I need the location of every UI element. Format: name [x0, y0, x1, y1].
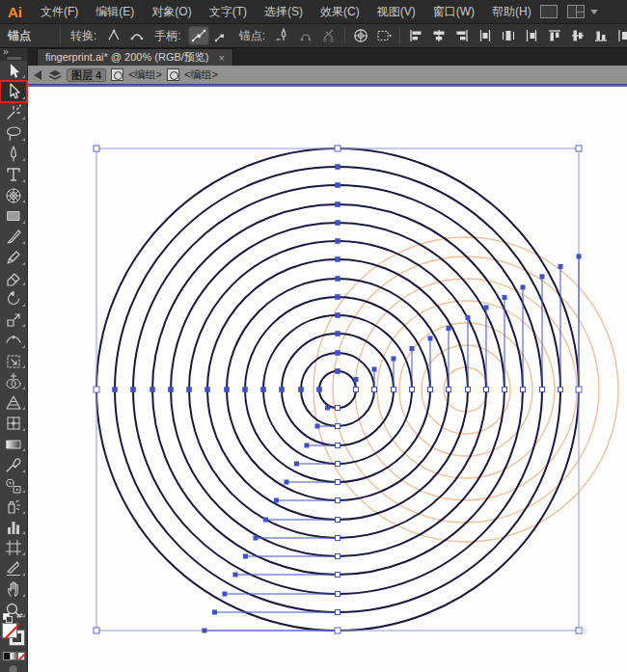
lasso-tool[interactable] — [0, 122, 27, 144]
menu-item-选择[interactable]: 选择(S) — [256, 0, 312, 24]
anchor-buttons — [271, 26, 341, 45]
distribute-right-icon[interactable] — [521, 26, 542, 45]
menu-item-视图[interactable]: 视图(V) — [368, 0, 424, 24]
cut-path-icon[interactable] — [318, 26, 340, 45]
distribute-h-center-icon[interactable] — [498, 26, 519, 45]
width-tool[interactable] — [0, 330, 27, 351]
align-buttons — [404, 26, 627, 45]
gradient-tool[interactable] — [0, 434, 27, 455]
color-mode-strip — [3, 652, 25, 660]
close-icon[interactable]: × — [219, 52, 225, 64]
lasso-tool-icon — [4, 123, 23, 143]
gradient-tool-icon — [4, 435, 23, 454]
workspace-switcher-icon[interactable] — [567, 5, 585, 18]
chevron-down-icon — [590, 10, 598, 14]
show-handles-icon[interactable] — [188, 26, 209, 45]
control-bar: 锚点 转换: 手柄: 锚点: — [0, 24, 627, 49]
scale-tool-icon — [4, 310, 23, 330]
document-tab-bar: fingerprint.ai* @ 200% (RGB/预览) × — [28, 48, 627, 66]
swap-fill-stroke-icon[interactable]: ⇄ — [16, 612, 23, 620]
default-fill-stroke-icon[interactable] — [3, 613, 10, 620]
distribute-left-icon[interactable] — [475, 26, 496, 45]
type-tool[interactable] — [0, 164, 27, 185]
pen-tool[interactable] — [0, 144, 27, 165]
align-top-icon[interactable] — [544, 26, 565, 45]
back-arrow-icon[interactable] — [34, 70, 41, 80]
hide-handles-icon[interactable] — [211, 26, 232, 45]
align-h-center-icon[interactable] — [428, 26, 450, 45]
convert-corner-icon[interactable] — [103, 26, 124, 45]
fill-swatch-none[interactable] — [2, 623, 17, 638]
rotate-tool[interactable] — [0, 288, 27, 309]
free-transform-tool[interactable] — [0, 351, 27, 372]
menu-item-效果[interactable]: 效果(C) — [312, 0, 368, 24]
artboard-tool[interactable] — [0, 537, 27, 558]
color-button[interactable] — [3, 652, 11, 660]
tools-panel-header[interactable]: » — [0, 48, 27, 61]
slice-tool-icon — [4, 559, 23, 578]
menu-item-文字[interactable]: 文字(T) — [201, 0, 256, 24]
blend-tool[interactable] — [0, 475, 27, 497]
toolbar-bottom-controls: ⇄ — [0, 620, 27, 672]
mesh-tool-icon — [4, 414, 23, 433]
menu-item-文件[interactable]: 文件(F) — [32, 0, 87, 24]
breadcrumb-group1[interactable]: <编组> — [128, 67, 162, 82]
hand-tool[interactable] — [0, 578, 27, 600]
pencil-tool[interactable] — [0, 247, 27, 268]
eraser-tool[interactable] — [0, 268, 27, 289]
ai-logo: Ai — [0, 4, 32, 20]
shape-builder-tool[interactable] — [0, 371, 27, 392]
menu-item-编辑[interactable]: 编辑(E) — [87, 0, 143, 24]
menu-item-对象[interactable]: 对象(O) — [143, 0, 200, 24]
align-v-center-icon[interactable] — [567, 26, 588, 45]
illustrator-window: Ai 文件(F)编辑(E)对象(O)文字(T)选择(S)效果(C)视图(V)窗口… — [0, 0, 627, 672]
slice-tool[interactable] — [0, 558, 27, 579]
delete-anchor-icon[interactable] — [272, 26, 293, 45]
rectangle-tool[interactable] — [0, 205, 27, 227]
align-right-icon[interactable] — [451, 26, 473, 45]
hand-tool-icon — [4, 579, 23, 599]
canvas[interactable] — [28, 87, 627, 672]
menu-item-帮助[interactable]: 帮助(H) — [483, 0, 540, 24]
separator — [344, 27, 345, 44]
pen-tool-icon — [4, 145, 23, 164]
gradient-button[interactable] — [11, 652, 17, 660]
paintbrush-tool[interactable] — [0, 227, 27, 248]
rotate-tool-icon — [4, 289, 23, 309]
group-thumbnail-icon[interactable] — [167, 68, 179, 81]
direct-selection-tool[interactable] — [0, 81, 27, 102]
tools-panel: » ⇄ — [0, 48, 28, 672]
width-tool-icon — [4, 331, 23, 350]
connect-endpoints-icon[interactable] — [295, 26, 316, 45]
perspective-grid-tool[interactable] — [0, 392, 27, 414]
magic-wand-tool[interactable] — [0, 102, 27, 123]
distribute-h-space-icon[interactable] — [613, 26, 627, 45]
align-bottom-icon[interactable] — [590, 26, 612, 45]
canvas-artwork[interactable] — [28, 87, 627, 672]
document-tab[interactable]: fingerprint.ai* @ 200% (RGB/预览) × — [37, 48, 233, 66]
convert-smooth-icon[interactable] — [126, 26, 148, 45]
select-similar-icon[interactable] — [373, 26, 395, 45]
menu-item-窗口[interactable]: 窗口(W) — [424, 0, 483, 24]
breadcrumb-group2[interactable]: <编组> — [184, 67, 218, 82]
column-graph-tool[interactable] — [0, 517, 27, 538]
mesh-tool[interactable] — [0, 413, 27, 434]
document-tab-title: fingerprint.ai* @ 200% (RGB/预览) — [45, 50, 209, 65]
group-thumbnail-icon[interactable] — [111, 68, 123, 81]
arrange-documents-icon[interactable] — [540, 5, 558, 18]
none-button[interactable] — [18, 652, 25, 660]
isolate-object-icon[interactable] — [350, 26, 371, 45]
align-left-icon[interactable] — [405, 26, 426, 45]
symbol-sprayer-tool[interactable] — [0, 496, 27, 517]
eraser-tool-icon — [4, 269, 23, 288]
scale-tool[interactable] — [0, 309, 27, 331]
polar-grid-tool[interactable] — [0, 185, 27, 206]
snap-cursor-icon — [578, 626, 587, 635]
breadcrumb-layer[interactable]: 图层 4 — [67, 68, 106, 82]
menu-items: 文件(F)编辑(E)对象(O)文字(T)选择(S)效果(C)视图(V)窗口(W)… — [32, 0, 540, 24]
shape-builder-tool-icon — [4, 372, 23, 391]
handles-label: 手柄: — [149, 28, 186, 44]
selection-tool[interactable] — [0, 61, 27, 82]
draw-mode-button[interactable] — [8, 664, 18, 672]
eyedropper-tool[interactable] — [0, 454, 27, 475]
